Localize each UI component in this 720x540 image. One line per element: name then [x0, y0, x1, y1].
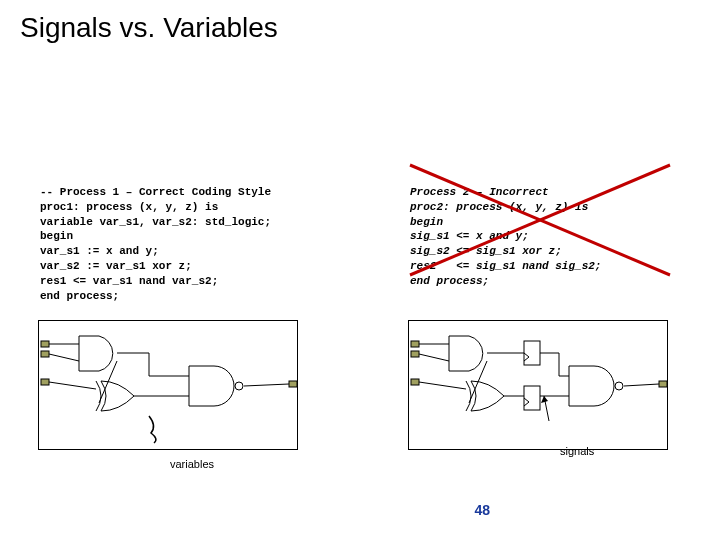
code-line: res1 <= var_s1 nand var_s2;	[40, 275, 218, 287]
svg-rect-5	[289, 381, 297, 387]
code-line: proc2: process (x, y, z) is	[410, 201, 588, 213]
process1-code: -- Process 1 – Correct Coding Style proc…	[40, 170, 271, 304]
code-line: res2 <= sig_s1 nand sig_s2;	[410, 260, 601, 272]
process2-code: Process 2 – Incorrect proc2: process (x,…	[410, 170, 601, 289]
page-number: 48	[474, 502, 490, 518]
page-title: Signals vs. Variables	[20, 12, 278, 44]
svg-line-33	[624, 384, 659, 386]
svg-rect-17	[411, 351, 419, 357]
svg-line-26	[419, 382, 466, 389]
code-line: var_s1 := x and y;	[40, 245, 159, 257]
caption-variables: variables	[170, 458, 214, 470]
code-line: variable var_s1, var_s2: std_logic;	[40, 216, 271, 228]
code-line: begin	[40, 230, 73, 242]
svg-rect-22	[524, 341, 540, 365]
caption-signals: signals	[560, 445, 594, 457]
svg-line-21	[419, 354, 449, 361]
svg-rect-4	[41, 379, 49, 385]
svg-rect-23	[524, 386, 540, 410]
svg-line-7	[49, 354, 79, 361]
svg-rect-3	[41, 351, 49, 357]
code-line: sig_s2 <= sig_s1 xor z;	[410, 245, 562, 257]
code-line: sig_s1 <= x and y;	[410, 230, 529, 242]
code-line: var_s2 := var_s1 xor z;	[40, 260, 192, 272]
svg-rect-2	[41, 341, 49, 347]
code-line: Process 2 – Incorrect	[410, 186, 549, 198]
code-line: begin	[410, 216, 443, 228]
code-line: proc1: process (x, y, z) is	[40, 201, 218, 213]
svg-point-13	[235, 382, 243, 390]
circuit-diagram-signals	[408, 320, 668, 450]
code-line: -- Process 1 – Correct Coding Style	[40, 186, 271, 198]
code-line: end process;	[410, 275, 489, 287]
svg-line-11	[49, 382, 96, 389]
svg-line-15	[244, 384, 289, 386]
svg-point-28	[615, 382, 623, 390]
svg-rect-19	[659, 381, 667, 387]
svg-rect-18	[411, 379, 419, 385]
circuit-diagram-variables	[38, 320, 298, 450]
svg-rect-16	[411, 341, 419, 347]
code-line: end process;	[40, 290, 119, 302]
